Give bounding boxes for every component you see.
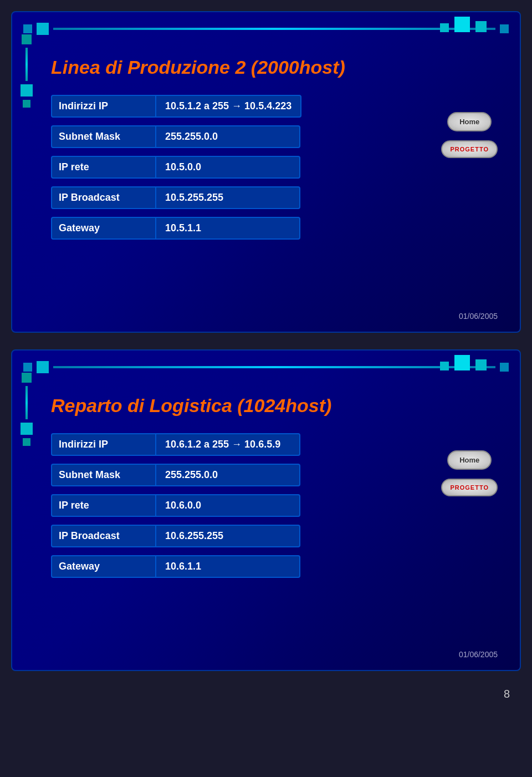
deco-line — [53, 28, 495, 30]
label-indirizzi-ip-2: Indirizzi IP — [51, 433, 156, 456]
deco-sq3 — [500, 24, 509, 33]
table-row: IP Broadcast 10.6.255.255 — [51, 525, 498, 547]
value-ip-rete-2: 10.6.0.0 — [156, 494, 300, 517]
slide2-table: Indirizzi IP 10.6.1.2 a 255 → 10.6.5.9 S… — [51, 433, 498, 578]
slide1-title: Linea di Produzione 2 (2000host) — [51, 57, 498, 78]
label-gateway-2: Gateway — [51, 555, 156, 578]
value-indirizzi-ip-1: 10.5.1.2 a 255 → 10.5.4.223 — [156, 95, 301, 118]
label-ip-rete-1: IP rete — [51, 156, 156, 179]
deco-sqr3 — [440, 23, 449, 32]
value-gateway-1: 10.5.1.1 — [156, 217, 300, 240]
slide1-date: 01/06/2005 — [459, 312, 498, 321]
deco-line-b — [53, 366, 495, 368]
home-button-1[interactable]: Home — [447, 112, 492, 131]
table-row: Indirizzi IP 10.6.1.2 a 255 → 10.6.5.9 — [51, 433, 498, 456]
deco-top-right-2 — [440, 355, 487, 370]
progetto-button-2[interactable]: PROGETTO — [441, 479, 498, 496]
label-ip-rete-2: IP rete — [51, 494, 156, 517]
deco-left-sq1 — [22, 34, 32, 44]
table-row: IP rete 10.6.0.0 — [51, 494, 498, 517]
label-subnet-2: Subnet Mask — [51, 464, 156, 486]
deco-top-right-1 — [440, 17, 487, 32]
deco-sqr3b — [440, 362, 449, 370]
value-ip-broadcast-2: 10.6.255.255 — [156, 525, 300, 547]
label-ip-broadcast-1: IP Broadcast — [51, 186, 156, 209]
deco-sq3b — [500, 363, 509, 372]
value-gateway-2: 10.6.1.1 — [156, 555, 300, 578]
home-button-2[interactable]: Home — [447, 450, 492, 470]
deco-sqr2 — [454, 17, 470, 32]
label-ip-broadcast-2: IP Broadcast — [51, 525, 156, 547]
deco-left-slide2 — [21, 373, 33, 446]
slide1-buttons: Home PROGETTO — [441, 112, 498, 158]
table-row: Gateway 10.5.1.1 — [51, 217, 498, 240]
slide2-date: 01/06/2005 — [459, 650, 498, 659]
deco-left-line — [25, 48, 28, 81]
slide2-title: Reparto di Logistica (1024host) — [51, 395, 498, 417]
table-row: Subnet Mask 255.255.0.0 — [51, 464, 498, 486]
deco-sq2b — [37, 361, 49, 373]
deco-left-sq2 — [21, 84, 33, 97]
slide-1: Linea di Produzione 2 (2000host) Indiriz… — [11, 11, 521, 333]
slide-2: Reparto di Logistica (1024host) Indirizz… — [11, 349, 521, 671]
deco-left-sq1b — [22, 373, 32, 383]
deco-left-sq3b — [23, 438, 30, 446]
deco-sqr1 — [475, 21, 487, 32]
deco-sq1 — [23, 24, 32, 33]
deco-left-sq2b — [21, 423, 33, 435]
label-gateway-1: Gateway — [51, 217, 156, 240]
table-row: IP rete 10.5.0.0 — [51, 156, 498, 179]
value-indirizzi-ip-2: 10.6.1.2 a 255 → 10.6.5.9 — [156, 433, 300, 456]
table-row: Indirizzi IP 10.5.1.2 a 255 → 10.5.4.223 — [51, 95, 498, 118]
slide2-buttons: Home PROGETTO — [441, 450, 498, 496]
deco-left-sq3 — [23, 100, 30, 108]
progetto-button-1[interactable]: PROGETTO — [441, 140, 498, 158]
value-ip-rete-1: 10.5.0.0 — [156, 156, 300, 179]
value-subnet-2: 255.255.0.0 — [156, 464, 300, 486]
deco-sqr2b — [454, 355, 470, 370]
page-number: 8 — [504, 688, 510, 700]
table-row: IP Broadcast 10.5.255.255 — [51, 186, 498, 209]
value-subnet-1: 255.255.0.0 — [156, 125, 300, 148]
slide1-table: Indirizzi IP 10.5.1.2 a 255 → 10.5.4.223… — [51, 95, 498, 240]
deco-sq1b — [23, 363, 32, 372]
label-indirizzi-ip-1: Indirizzi IP — [51, 95, 156, 118]
deco-left-slide1 — [21, 34, 33, 108]
table-row: Subnet Mask 255.255.0.0 — [51, 125, 498, 148]
value-ip-broadcast-1: 10.5.255.255 — [156, 186, 300, 209]
deco-sqr1b — [475, 359, 487, 370]
deco-sq2 — [37, 23, 49, 35]
table-row: Gateway 10.6.1.1 — [51, 555, 498, 578]
deco-left-lineb — [25, 386, 28, 419]
label-subnet-1: Subnet Mask — [51, 125, 156, 148]
